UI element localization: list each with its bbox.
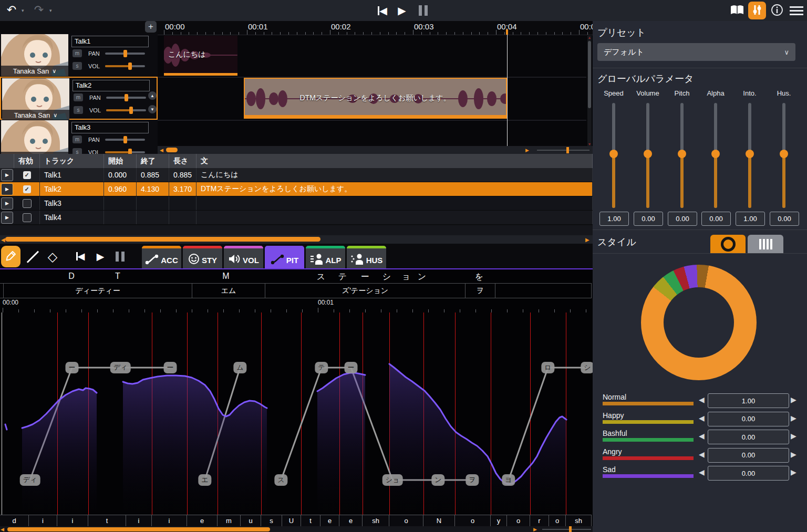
phoneme-cell[interactable]: i: [57, 515, 88, 526]
param-slider[interactable]: [646, 103, 649, 208]
mute-button[interactable]: m: [74, 93, 83, 101]
editor-play-button[interactable]: ▶: [94, 249, 107, 264]
phoneme-cell[interactable]: u: [241, 515, 261, 526]
grapheme-label[interactable]: D: [68, 272, 75, 281]
phoneme-cell[interactable]: i: [29, 515, 57, 526]
style-value-box[interactable]: 0.00: [708, 412, 789, 426]
vscroll-down-icon[interactable]: ▼: [587, 142, 592, 146]
phoneme-cell[interactable]: U: [282, 515, 301, 526]
vol-slider-thumb[interactable]: [129, 107, 133, 114]
pitch-node-label[interactable]: ロ: [541, 362, 554, 373]
style-decrement-button[interactable]: ◀: [699, 468, 705, 476]
grapheme-label[interactable]: ョ: [402, 272, 410, 283]
style-increment-button[interactable]: ▶: [791, 395, 796, 404]
table-row[interactable]: ▶✓Talk10.0000.8850.885こんにちは: [0, 168, 593, 182]
param-slider-thumb[interactable]: [780, 150, 788, 158]
pan-slider-thumb[interactable]: [123, 50, 127, 57]
editor-pause-button[interactable]: [113, 250, 126, 263]
style-decrement-button[interactable]: ◀: [699, 450, 705, 458]
zoom-slider-handle[interactable]: [566, 147, 569, 153]
row-play-button[interactable]: ▶: [1, 212, 13, 224]
tab-sty[interactable]: STY: [183, 246, 222, 268]
style-increment-button[interactable]: ▶: [791, 468, 796, 476]
tab-pit[interactable]: PIT: [265, 246, 304, 268]
editor-bottom-scrollbar[interactable]: ◀▶: [0, 526, 593, 532]
pitch-node-label[interactable]: テ: [315, 362, 328, 373]
library-button[interactable]: [729, 4, 745, 17]
pitch-node-label[interactable]: ヲ: [465, 474, 479, 486]
pitch-node-label[interactable]: ショ: [382, 474, 403, 486]
grapheme-label[interactable]: M: [222, 272, 229, 281]
param-value-box[interactable]: 1.00: [736, 212, 765, 226]
table-header-cell[interactable]: 終了: [137, 154, 169, 168]
param-slider[interactable]: [782, 103, 785, 208]
scroll-right-icon[interactable]: ▶: [585, 237, 589, 243]
phoneme-cell[interactable]: i: [152, 515, 187, 526]
grapheme-label[interactable]: T: [115, 272, 120, 281]
table-header-cell[interactable]: 文: [196, 154, 593, 168]
track-row[interactable]: Tanaka San∨Talk3msPANVOL: [0, 120, 158, 154]
track-row[interactable]: Tanaka San∨Talk1msPANVOL: [0, 34, 158, 77]
pan-slider-thumb[interactable]: [125, 94, 128, 101]
scroll-right-icon[interactable]: ▶: [525, 148, 529, 153]
track-row[interactable]: Tanaka San∨Talk2msPANVOL▲▼: [0, 77, 158, 120]
table-header-cell[interactable]: 開始: [104, 154, 137, 168]
param-value-box[interactable]: 0.00: [770, 212, 799, 226]
param-slider[interactable]: [680, 103, 684, 208]
style-value-box[interactable]: 1.00: [708, 393, 789, 408]
editor-hscrollbar[interactable]: ◀ ▶: [0, 235, 593, 244]
phoneme-cell[interactable]: N: [423, 515, 455, 526]
skip-to-start-button[interactable]: ◀: [375, 4, 390, 17]
phoneme-cell[interactable]: o: [455, 515, 491, 526]
table-header-cell[interactable]: 長さ: [169, 154, 196, 168]
param-value-box[interactable]: 0.00: [634, 212, 663, 226]
reading-cell[interactable]: ディーティー: [3, 284, 192, 298]
style-value-box[interactable]: 0.00: [708, 466, 789, 481]
undo-button[interactable]: ↶: [4, 3, 19, 17]
reading-cell[interactable]: [495, 284, 592, 298]
solo-button[interactable]: s: [73, 62, 82, 70]
phoneme-cell[interactable]: sh: [363, 515, 389, 526]
table-row[interactable]: ▶✓Talk20.9604.1303.170DTMステーションをよろしくお願いし…: [0, 182, 593, 196]
phoneme-cell[interactable]: e: [320, 515, 339, 526]
phoneme-cell[interactable]: o: [507, 515, 530, 526]
grapheme-label[interactable]: を: [475, 272, 483, 283]
style-increment-button[interactable]: ▶: [791, 450, 796, 458]
editor-ruler[interactable]: 00:0000:01: [0, 298, 593, 312]
tab-alp[interactable]: ALP: [306, 246, 345, 268]
editor-skip-button[interactable]: ◀: [73, 249, 88, 264]
mute-button[interactable]: m: [73, 135, 82, 143]
redo-button[interactable]: ↷: [32, 3, 46, 17]
style-donut-chart[interactable]: [641, 265, 757, 380]
pitch-node-label[interactable]: ー: [345, 362, 358, 373]
vscroll-handle[interactable]: [588, 41, 591, 108]
pitch-node-label[interactable]: ン: [431, 474, 444, 486]
hscroll-handle[interactable]: [166, 148, 178, 152]
param-slider[interactable]: [748, 103, 751, 208]
mute-button[interactable]: m: [73, 49, 82, 57]
pitch-node-label[interactable]: シ: [581, 362, 593, 373]
scroll-right-icon[interactable]: ▶: [533, 527, 537, 532]
vol-slider[interactable]: [106, 109, 146, 111]
track-name-input[interactable]: Talk1: [71, 36, 149, 47]
pan-slider[interactable]: [105, 139, 145, 141]
pause-button[interactable]: [417, 5, 429, 16]
reading-cell[interactable]: エム: [192, 284, 265, 298]
param-slider[interactable]: [714, 103, 717, 208]
row-enabled-checkbox[interactable]: ✓: [23, 171, 31, 179]
track-name-input[interactable]: Talk2: [73, 80, 150, 91]
param-value-box[interactable]: 0.00: [701, 212, 731, 226]
phoneme-cell[interactable]: o: [549, 515, 566, 526]
pitch-grid[interactable]: ディーディームエステーションヲヨロシ: [0, 312, 593, 515]
table-header-cell[interactable]: 有効: [14, 154, 40, 168]
grapheme-label[interactable]: ー: [361, 272, 369, 283]
row-play-button[interactable]: ▶: [1, 169, 13, 181]
style-value-box[interactable]: 0.00: [708, 430, 789, 444]
scroll-left-icon[interactable]: ◀: [1, 527, 4, 532]
pitch-node-label[interactable]: ヨ: [502, 474, 515, 486]
grapheme-label[interactable]: シ: [382, 272, 391, 283]
phoneme-cell[interactable]: sh: [566, 515, 592, 526]
style-decrement-button[interactable]: ◀: [699, 395, 705, 404]
style-decrement-button[interactable]: ◀: [699, 414, 705, 422]
redo-dropdown-caret[interactable]: ▾: [49, 8, 52, 13]
